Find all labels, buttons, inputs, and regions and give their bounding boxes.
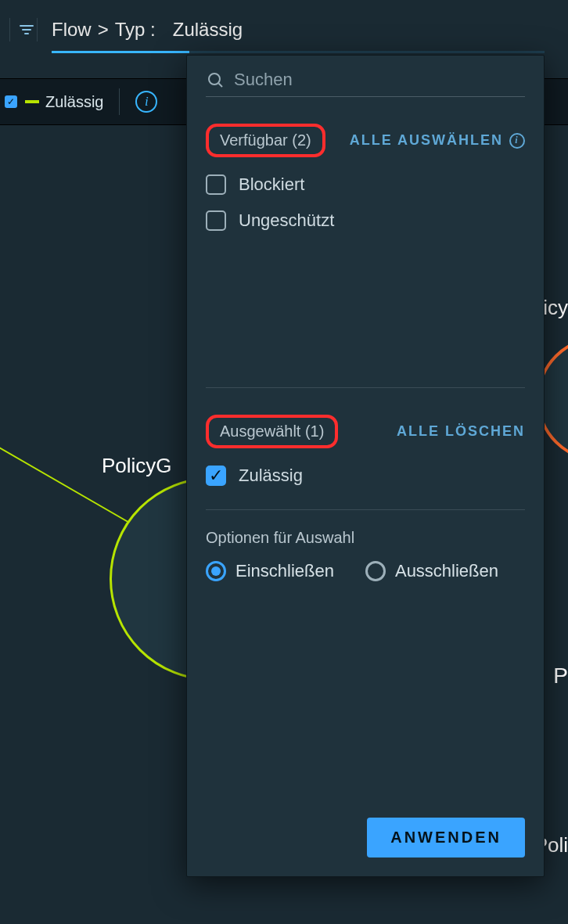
tab-underline [52,51,545,53]
available-header: Verfügbar (2) ALLE AUSWÄHLEN i [206,124,525,157]
filter-dropdown-panel: Verfügbar (2) ALLE AUSWÄHLEN i Blockiert… [186,55,545,877]
option-ungeschuetzt[interactable]: Ungeschützt [206,210,525,231]
selection-options-title: Optionen für Auswahl [206,529,525,547]
chip-label: Zulässig [45,93,103,111]
divider [9,18,10,41]
spacer [187,581,544,802]
svg-line-8 [219,84,223,88]
checkbox-icon[interactable] [206,174,226,195]
filter-icon[interactable] [16,20,37,40]
apply-button[interactable]: ANWENDEN [367,818,525,857]
clear-all-label: ALLE LÖSCHEN [397,423,525,440]
checkbox-checked-icon[interactable]: ✓ [206,466,226,486]
spacer [187,231,544,364]
option-label: Blockiert [239,174,304,195]
selected-highlight-box: Ausgewählt (1) [206,415,338,448]
divider [206,509,525,510]
select-all-link[interactable]: ALLE AUSWÄHLEN i [350,132,525,149]
info-icon[interactable]: i [509,133,525,149]
selected-header: Ausgewählt (1) ALLE LÖSCHEN [206,415,525,448]
graph-node-right-label: icy [543,296,568,320]
breadcrumb-sep: > [98,19,109,41]
radio-label: Einschließen [235,561,334,581]
breadcrumb-seg-2: Typ : [115,19,156,41]
radio-icon[interactable] [365,561,386,581]
divider [37,18,38,41]
radio-include[interactable]: Einschließen [206,561,334,581]
graph-edge [0,438,147,534]
panel-footer: ANWENDEN [187,802,544,876]
available-count-label: Verfügbar (2) [220,131,311,149]
search-row [206,70,525,97]
option-blockiert[interactable]: Blockiert [206,174,525,195]
info-icon[interactable]: i [135,91,157,113]
radio-label: Ausschließen [395,561,498,581]
graph-node-label: PolicyG [102,454,172,478]
top-bar: Flow > Typ : Zulässig [0,8,568,51]
available-highlight-box: Verfügbar (2) [206,124,325,157]
radio-selected-icon[interactable] [206,561,226,581]
chip-color-swatch [25,100,39,103]
option-label: Ungeschützt [239,210,334,231]
available-options-list: Blockiert Ungeschützt [206,174,525,231]
divider [119,88,120,115]
option-label: Zulässig [239,466,303,486]
clear-all-link[interactable]: ALLE LÖSCHEN [397,423,525,440]
divider [206,387,525,388]
svg-point-7 [209,74,220,84]
select-all-label: ALLE AUSWÄHLEN [350,132,503,149]
selected-options-list: ✓ Zulässig [206,466,525,486]
search-input[interactable] [225,70,525,90]
radio-exclude[interactable]: Ausschließen [365,561,498,581]
breadcrumb-seg-1: Flow [52,19,92,41]
selection-options-radios: Einschließen Ausschließen [206,561,525,581]
selected-count-label: Ausgewählt (1) [220,422,324,440]
option-zulaessig[interactable]: ✓ Zulässig [206,466,525,486]
checkbox-icon[interactable] [206,210,226,231]
breadcrumb-value: Zulässig [162,19,243,41]
chip-check-icon[interactable]: ✓ [5,95,17,108]
search-icon [206,70,225,89]
breadcrumb[interactable]: Flow > Typ : Zulässig [44,19,243,41]
graph-label-p: P [553,663,568,689]
